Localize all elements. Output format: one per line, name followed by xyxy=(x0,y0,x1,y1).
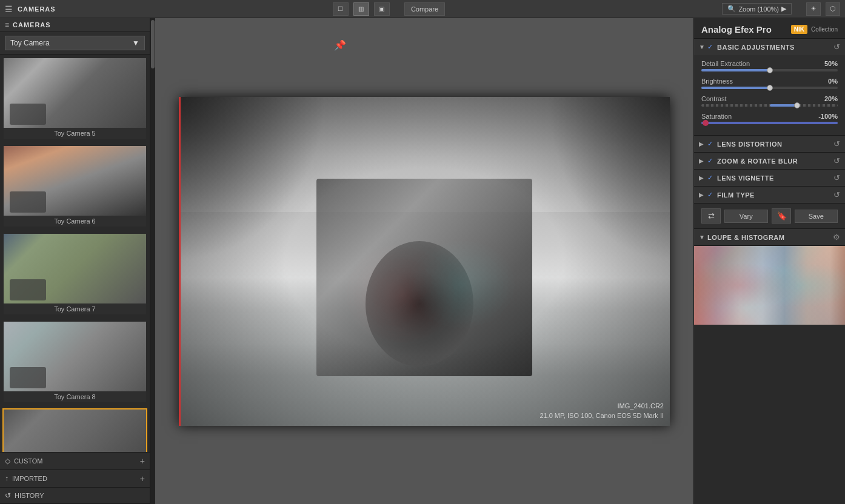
basic-expand-icon: ▼ xyxy=(699,44,705,50)
cameras-icon: ≡ xyxy=(5,21,9,29)
preset-thumb-inner-toy9 xyxy=(4,409,146,452)
save-btn[interactable]: Save xyxy=(795,210,838,223)
main-content: ≡ CAMERAS Toy Camera ▼ Toy xyxy=(0,18,845,504)
loupe-header[interactable]: ▼ LOUPE & HISTOGRAM ⚙ xyxy=(694,229,845,246)
preset-item-toy7[interactable]: Toy Camera 7 xyxy=(2,233,147,316)
film-type-header[interactable]: ▶ ✓ FILM TYPE ↺ xyxy=(694,187,845,203)
saturation-label: Saturation xyxy=(701,113,732,120)
vary-btn[interactable]: Vary xyxy=(724,210,768,223)
preset-thumbnail-toy9 xyxy=(4,409,146,452)
lens-distortion-header[interactable]: ▶ ✓ LENS DISTORTION ↺ xyxy=(694,136,845,152)
action-buttons-row: ⇄ Vary 🔖 Save xyxy=(694,204,845,229)
loupe-settings-icon[interactable]: ⚙ xyxy=(833,233,840,242)
detail-extraction-handle[interactable] xyxy=(767,67,773,73)
preset-item-toy6[interactable]: Toy Camera 6 xyxy=(2,145,147,228)
preset-item-toy9[interactable]: Toy Camera 9 xyxy=(2,408,147,452)
film-type-section: ▶ ✓ FILM TYPE ↺ xyxy=(694,187,845,204)
preset-thumbnail-toy7 xyxy=(4,234,146,303)
zoom-rotate-reset-icon[interactable]: ↺ xyxy=(833,156,840,165)
brightness-handle[interactable] xyxy=(767,85,773,91)
image-meta: 21.0 MP, ISO 100, Canon EOS 5D Mark II xyxy=(539,411,664,421)
lens-vignette-title: LENS VIGNETTE xyxy=(717,174,831,182)
brightness-label-row: Brightness 0% xyxy=(701,78,838,85)
left-sidebar-wrapper: ≡ CAMERAS Toy Camera ▼ Toy xyxy=(0,18,155,504)
imported-icon: ↑ xyxy=(5,474,8,483)
preset-thumbnail-toy8 xyxy=(4,322,146,391)
brightness-track[interactable] xyxy=(701,87,838,89)
view-single-btn[interactable]: ☐ xyxy=(333,2,349,16)
cameras-title: CAMERAS xyxy=(18,5,56,13)
contrast-label-row: Contrast 20% xyxy=(701,95,838,102)
view-double-btn[interactable]: ▣ xyxy=(374,2,390,16)
saturation-row: Saturation -100% xyxy=(701,113,838,124)
sidebar-custom[interactable]: ◇ CUSTOM + xyxy=(0,453,150,470)
compare-btn[interactable]: Compare xyxy=(404,2,445,16)
view-split-btn[interactable]: ▥ xyxy=(353,2,369,16)
imported-add-icon[interactable]: + xyxy=(140,474,145,483)
lens-vignette-reset-icon[interactable]: ↺ xyxy=(833,173,840,182)
preset-thumb-inner-toy7 xyxy=(4,234,146,303)
zoom-rotate-check-icon[interactable]: ✓ xyxy=(707,157,715,165)
contrast-row: Contrast 20% xyxy=(701,95,838,107)
basic-reset-icon[interactable]: ↺ xyxy=(833,42,840,51)
loupe-title: LOUPE & HISTOGRAM xyxy=(707,234,830,241)
lens-distortion-section: ▶ ✓ LENS DISTORTION ↺ xyxy=(694,136,845,153)
sidebar-imported[interactable]: ↑ IMPORTED + xyxy=(0,470,150,488)
saturation-fill xyxy=(701,122,838,124)
shuffle-btn[interactable]: ⇄ xyxy=(701,208,721,224)
image-filename: IMG_2401.CR2 xyxy=(539,401,664,411)
saturation-track[interactable] xyxy=(701,122,838,124)
lens-distortion-reset-icon[interactable]: ↺ xyxy=(833,139,840,148)
collection-text: Collection xyxy=(811,26,838,33)
bookmark-btn[interactable]: 🔖 xyxy=(772,208,791,224)
preset-item-toy8[interactable]: Toy Camera 8 xyxy=(2,320,147,403)
menu-icon[interactable]: ☰ xyxy=(5,4,13,14)
lens-vignette-check-icon[interactable]: ✓ xyxy=(707,174,715,182)
export-icon-btn[interactable]: ⬡ xyxy=(826,2,840,16)
detail-extraction-track[interactable] xyxy=(701,69,838,71)
custom-actions: + xyxy=(140,456,145,466)
preset-item-toy5[interactable]: Toy Camera 5 xyxy=(2,57,147,140)
lens-vignette-header[interactable]: ▶ ✓ LENS VIGNETTE ↺ xyxy=(694,170,845,186)
film-type-reset-icon[interactable]: ↺ xyxy=(833,190,840,199)
zoom-rotate-blur-header[interactable]: ▶ ✓ ZOOM & ROTATE BLUR ↺ xyxy=(694,153,845,169)
contrast-handle[interactable] xyxy=(794,102,800,108)
history-icon: ↺ xyxy=(5,491,11,500)
panel-title: Analog Efex Pro xyxy=(701,24,772,35)
sun-icon-btn[interactable]: ☀ xyxy=(806,2,821,16)
lens-distortion-expand-icon: ▶ xyxy=(699,141,705,147)
film-type-check-icon[interactable]: ✓ xyxy=(707,191,715,199)
sidebar-history[interactable]: ↺ HISTORY xyxy=(0,488,150,504)
detail-extraction-value: 50% xyxy=(824,60,838,67)
zoom-arrow[interactable]: ▶ xyxy=(781,5,786,13)
basic-adjustments-section: ▼ ✓ BASIC ADJUSTMENTS ↺ Detail Extractio… xyxy=(694,39,845,136)
detail-extraction-fill xyxy=(701,69,770,71)
lens-vignette-section: ▶ ✓ LENS VIGNETTE ↺ xyxy=(694,170,845,187)
basic-adjustments-title: BASIC ADJUSTMENTS xyxy=(717,44,831,51)
custom-add-icon[interactable]: + xyxy=(140,456,145,466)
film-type-expand-icon: ▶ xyxy=(699,191,705,198)
contrast-fill xyxy=(770,104,797,107)
preset-label-toy6: Toy Camera 6 xyxy=(4,216,146,227)
loupe-preview-inner xyxy=(694,246,845,325)
zoom-value: Zoom (100%) xyxy=(738,5,779,13)
sidebar-scrollbar[interactable] xyxy=(150,18,155,504)
preset-dropdown[interactable]: Toy Camera ▼ xyxy=(5,36,145,50)
panel-title-area: Analog Efex Pro NIK Collection xyxy=(694,18,845,39)
nik-badge-area: NIK Collection xyxy=(791,25,838,34)
saturation-label-row: Saturation -100% xyxy=(701,113,838,120)
basic-adjustments-header[interactable]: ▼ ✓ BASIC ADJUSTMENTS ↺ xyxy=(694,39,845,55)
lens-distortion-title: LENS DISTORTION xyxy=(717,141,831,148)
nik-badge: NIK xyxy=(791,25,807,34)
saturation-handle[interactable] xyxy=(703,120,709,126)
preset-thumbnail-toy6 xyxy=(4,146,146,216)
zoom-display: 🔍 Zoom (100%) ▶ xyxy=(722,3,792,15)
basic-adjustments-content: Detail Extraction 50% Brightness 0% xyxy=(694,55,845,135)
contrast-track[interactable] xyxy=(701,104,838,107)
basic-check-icon[interactable]: ✓ xyxy=(707,43,715,51)
sidebar-imported-label: ↑ IMPORTED xyxy=(5,474,47,483)
lens-distortion-check-icon[interactable]: ✓ xyxy=(707,140,715,148)
loupe-preview xyxy=(694,246,845,325)
image-info: IMG_2401.CR2 21.0 MP, ISO 100, Canon EOS… xyxy=(539,401,664,421)
detail-extraction-label-row: Detail Extraction 50% xyxy=(701,60,838,67)
